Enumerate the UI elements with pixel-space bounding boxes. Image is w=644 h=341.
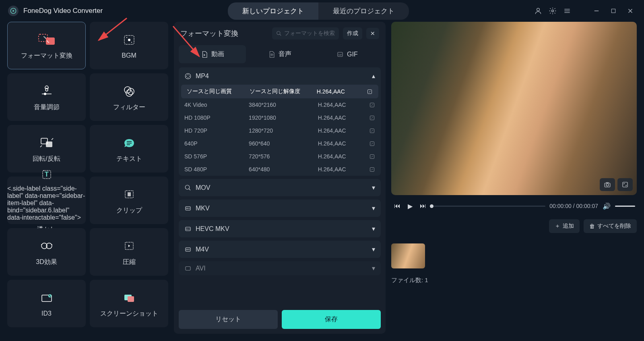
- tab-new-project[interactable]: 新しいプロジェクト: [228, 2, 318, 20]
- edit-icon[interactable]: [364, 141, 375, 147]
- edit-icon[interactable]: [364, 115, 375, 121]
- sidebar-item-watermark[interactable]: T <.side-label class="side-label" data-n…: [7, 177, 86, 224]
- format-group-avi[interactable]: AVI ▾: [179, 261, 381, 275]
- edit-icon[interactable]: [364, 166, 375, 173]
- save-button[interactable]: 保存: [282, 310, 381, 329]
- close-button[interactable]: [625, 5, 636, 17]
- format-row[interactable]: SD 576P 720*576 H.264,AAC: [179, 150, 381, 163]
- format-group-hevc-mkv[interactable]: HEVC HEVC MKV ▾: [179, 220, 381, 237]
- resolution-label: 1920*1080: [249, 114, 318, 121]
- format-group-mkv[interactable]: MKV MKV ▾: [179, 200, 381, 217]
- chevron-down-icon: ▾: [372, 225, 375, 233]
- camera-icon[interactable]: [600, 178, 615, 191]
- format-row[interactable]: 640P 960*640 H.264,AAC: [179, 137, 381, 150]
- file-thumbnail[interactable]: [391, 243, 425, 268]
- sidebar-item-screenshot[interactable]: スクリーンショット: [90, 280, 168, 327]
- format-group-mp4: MP4 ▴ ソースと同じ画質 ソースと同じ解像度 H.264,AAC 4K Vi…: [179, 67, 381, 176]
- audio-file-icon: [268, 51, 275, 58]
- delete-all-button[interactable]: 🗑すべてを削除: [584, 219, 637, 233]
- maximize-button[interactable]: [608, 5, 619, 17]
- sidebar-item-compress[interactable]: 圧縮: [90, 228, 168, 276]
- format-group-m4v[interactable]: M4V M4V ▾: [179, 241, 381, 258]
- type-tab-audio[interactable]: 音声: [246, 45, 313, 63]
- type-tab-video[interactable]: 動画: [179, 45, 246, 63]
- text-icon: [120, 135, 138, 151]
- prev-button[interactable]: ⏮: [393, 202, 402, 210]
- sidebar-item-format-convert[interactable]: フォーマット変換: [7, 22, 86, 69]
- close-panel-button[interactable]: ✕: [366, 28, 379, 39]
- search-input[interactable]: フォーマットを検索: [272, 27, 339, 40]
- edit-icon[interactable]: [364, 102, 375, 108]
- minimize-button[interactable]: [591, 5, 602, 17]
- tab-recent-project[interactable]: 最近のプロジェクト: [318, 2, 409, 20]
- watermark-icon: T: [37, 167, 56, 181]
- svg-point-15: [131, 42, 132, 43]
- play-button[interactable]: ▶: [406, 202, 415, 210]
- format-group-mov[interactable]: MOV ▾: [179, 179, 381, 196]
- progress-bar[interactable]: [431, 206, 545, 207]
- format-row[interactable]: ソースと同じ画質 ソースと同じ解像度 H.264,AAC: [181, 85, 378, 98]
- quality-label: 4K Video: [184, 102, 249, 108]
- svg-text:GIF: GIF: [339, 54, 342, 56]
- sidebar-item-filter[interactable]: フィルター: [90, 73, 168, 121]
- sidebar-item-volume[interactable]: 音量調節: [7, 73, 86, 121]
- time-display: 00:00:00 / 00:00:07: [549, 203, 598, 209]
- format-name: MOV: [196, 184, 210, 191]
- create-button[interactable]: 作成: [343, 27, 362, 40]
- sidebar-item-id3[interactable]: ID3: [7, 280, 86, 327]
- fullscreen-icon[interactable]: [617, 178, 633, 191]
- panel-title: フォーマット変換: [180, 29, 268, 38]
- edit-icon[interactable]: [361, 89, 373, 95]
- svg-point-13: [128, 39, 130, 41]
- rotate-icon: [37, 135, 56, 151]
- svg-point-16: [45, 89, 48, 91]
- format-row[interactable]: HD 1080P 1920*1080 H.264,AAC: [179, 111, 381, 124]
- gif-file-icon: GIF: [336, 51, 344, 58]
- menu-icon[interactable]: [563, 6, 572, 15]
- user-icon[interactable]: [534, 6, 543, 15]
- settings-icon[interactable]: [548, 6, 557, 15]
- format-row[interactable]: 4K Video 3840*2160 H.264,AAC: [179, 98, 381, 111]
- quality-label: ソースと同じ画質: [187, 88, 250, 95]
- reset-button[interactable]: リセット: [179, 310, 278, 329]
- sidebar-item-bgm[interactable]: BGM: [90, 22, 168, 69]
- format-row[interactable]: HD 720P 1280*720 H.264,AAC: [179, 124, 381, 137]
- volume-adjust-icon: [37, 83, 56, 99]
- sidebar-item-text[interactable]: テキスト: [90, 125, 168, 173]
- add-button[interactable]: ＋追加: [549, 219, 580, 233]
- sidebar-item-label: 音量調節: [34, 103, 60, 112]
- svg-rect-7: [611, 9, 615, 12]
- sidebar-item-3d[interactable]: 3D効果: [7, 228, 86, 276]
- edit-icon[interactable]: [364, 154, 375, 160]
- chevron-down-icon: ▾: [372, 245, 375, 253]
- video-preview: [391, 22, 637, 195]
- type-tab-label: 音声: [279, 50, 291, 58]
- file-count: ファイル数: 1: [391, 277, 637, 284]
- codec-label: H.264,AAC: [317, 88, 361, 95]
- format-name: MKV: [196, 205, 210, 212]
- volume-slider[interactable]: [615, 206, 635, 207]
- mkv-icon: MKV: [184, 205, 192, 212]
- next-button[interactable]: ⏭: [419, 202, 427, 210]
- trash-icon: 🗑: [589, 223, 595, 229]
- svg-point-47: [189, 75, 190, 76]
- type-tab-gif[interactable]: GIF GIF: [314, 45, 381, 63]
- plus-icon: ＋: [555, 222, 560, 230]
- format-header-mp4[interactable]: MP4 ▴: [179, 67, 381, 85]
- edit-icon[interactable]: [364, 128, 375, 134]
- resolution-label: 640*480: [249, 166, 318, 173]
- svg-point-45: [188, 74, 188, 75]
- svg-rect-64: [186, 266, 190, 270]
- svg-point-1: [537, 8, 540, 11]
- hevc-icon: HEVC: [184, 225, 192, 233]
- sidebar-item-clip[interactable]: クリップ: [90, 177, 168, 224]
- svg-text:T: T: [45, 171, 49, 178]
- filter-icon: [120, 83, 138, 99]
- sidebar: フォーマット変換 BGM 音量調節 フィルター 回転/反転 テキスト T <.s…: [7, 22, 168, 334]
- sidebar-item-rotate[interactable]: 回転/反転: [7, 125, 86, 173]
- chevron-up-icon: ▴: [372, 72, 375, 80]
- format-name: MP4: [196, 73, 209, 80]
- sidebar-item-label: クリップ: [116, 206, 142, 215]
- format-row[interactable]: SD 480P 640*480 H.264,AAC: [179, 163, 381, 176]
- volume-icon[interactable]: 🔊: [602, 202, 611, 210]
